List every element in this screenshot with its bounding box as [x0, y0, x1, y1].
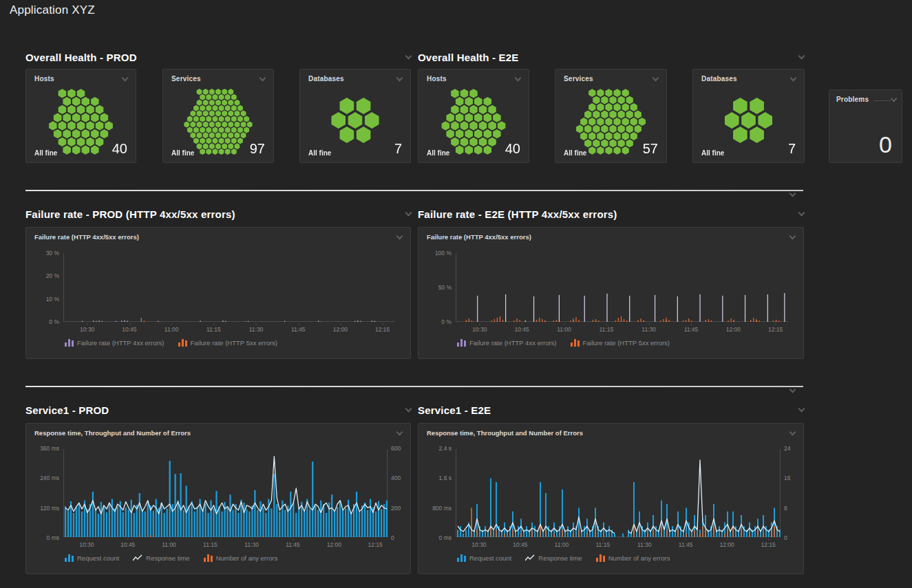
chevron-down-icon[interactable] — [396, 74, 403, 81]
chevron-down-icon[interactable] — [789, 232, 796, 239]
chevron-down-icon[interactable] — [396, 232, 403, 239]
legend-item-response-time[interactable]: Response time — [525, 554, 582, 562]
chart-tile-service-e2e[interactable]: Response time, Throughput and Number of … — [418, 423, 804, 574]
x-axis-label: 11:15 — [595, 541, 610, 548]
legend-item-errors[interactable]: Number of any errors — [204, 554, 278, 562]
x-axis-label: 12:15 — [368, 541, 382, 548]
service-chart-e2e[interactable] — [456, 449, 781, 537]
tile-problems[interactable]: Problems 0 — [829, 89, 902, 163]
chevron-down-icon[interactable] — [789, 428, 796, 435]
x-axis-label: 11:00 — [555, 541, 569, 548]
tile-services-prod[interactable]: Services All fine97 — [162, 69, 274, 163]
plot-area[interactable] — [63, 253, 395, 322]
legend-item-5xx[interactable]: Failure rate (HTTP 5xx errors) — [178, 339, 278, 347]
section-title: Failure rate - PROD (HTTP 4xx/5xx errors… — [25, 208, 235, 220]
x-axis-label: 11:45 — [679, 541, 693, 548]
chart-tile-failure-prod[interactable]: Failure rate (HTTP 4xx/5xx errors) 30 %2… — [25, 227, 411, 359]
chart-tile-service-prod[interactable]: Response time, Throughput and Number of … — [25, 423, 411, 574]
plot-area[interactable] — [63, 449, 388, 537]
chevron-down-icon[interactable] — [789, 190, 796, 197]
chevron-down-icon[interactable] — [798, 210, 805, 217]
chevron-down-icon[interactable] — [515, 74, 522, 81]
section-header-service-e2e: Service1 - E2E — [418, 402, 804, 417]
chevron-down-icon[interactable] — [798, 53, 805, 60]
entity-count: 7 — [394, 141, 402, 157]
status-label: All fine — [171, 149, 194, 157]
section-title: Service1 - PROD — [25, 404, 109, 416]
plot-area[interactable] — [456, 449, 781, 537]
chevron-down-icon[interactable] — [405, 210, 412, 217]
x-axis: 10:3010:4511:0011:1511:3011:4512:0012:15 — [456, 324, 788, 332]
section-divider — [25, 386, 803, 387]
chart-legend: Failure rate (HTTP 4xx errors) Failure r… — [65, 339, 277, 347]
y-axis-right: 241680 — [784, 445, 802, 541]
entity-count: 7 — [788, 141, 796, 157]
chart-tile-failure-e2e[interactable]: Failure rate (HTTP 4xx/5xx errors) 100 %… — [418, 227, 804, 359]
chevron-down-icon[interactable] — [891, 95, 898, 102]
status-label: All fine — [564, 149, 586, 157]
chevron-down-icon[interactable] — [653, 74, 659, 81]
chevron-down-icon[interactable] — [405, 406, 412, 413]
x-axis-label: 10:45 — [122, 326, 136, 333]
x-axis: 10:3010:4511:0011:1511:3011:4512:0012:15 — [63, 539, 388, 547]
y-axis-left: 360 ms240 ms120 ms0 ms — [30, 445, 59, 541]
section-header-service-prod: Service1 - PROD — [25, 402, 411, 417]
chart-legend: Failure rate (HTTP 4xx errors) Failure r… — [457, 339, 670, 347]
failure-rate-chart-prod[interactable] — [64, 253, 396, 322]
bar-chart-icon — [457, 339, 466, 347]
chevron-down-icon[interactable] — [259, 74, 266, 81]
tile-title: Hosts — [34, 75, 54, 83]
bar-chart-icon — [65, 554, 74, 562]
tile-databases-prod[interactable]: Databases All fine7 — [299, 69, 411, 163]
chevron-down-icon[interactable] — [789, 386, 796, 393]
x-axis-label: 12:00 — [726, 326, 741, 333]
chevron-down-icon[interactable] — [790, 74, 797, 81]
tile-databases-e2e[interactable]: Databases All fine7 — [692, 69, 805, 163]
tile-hosts-e2e[interactable]: Hosts All fine40 — [418, 69, 529, 163]
bar-chart-icon — [178, 339, 187, 347]
legend-item-4xx[interactable]: Failure rate (HTTP 4xx errors) — [65, 339, 165, 347]
section-title: Overall Health - PROD — [25, 52, 137, 63]
x-axis-label: 10:30 — [472, 326, 487, 333]
x-axis-label: 12:15 — [761, 541, 775, 548]
x-axis-label: 10:30 — [471, 541, 486, 548]
x-axis-label: 11:45 — [684, 326, 699, 333]
x-axis-label: 11:15 — [206, 326, 221, 333]
chart-legend: Request count Response time Number of an… — [457, 554, 670, 562]
dashboard: Application XYZ Overall Health - PROD Ov… — [0, 0, 912, 588]
legend-item-errors[interactable]: Number of any errors — [596, 554, 670, 562]
chevron-down-icon[interactable] — [405, 53, 412, 60]
chart-title: Response time, Throughput and Number of … — [427, 429, 583, 437]
bar-chart-icon — [571, 339, 580, 347]
chevron-down-icon[interactable] — [122, 74, 129, 81]
service-chart-prod[interactable] — [64, 449, 388, 537]
x-axis-label: 11:00 — [165, 326, 179, 333]
status-label: All fine — [427, 149, 449, 157]
chevron-down-icon[interactable] — [396, 428, 403, 435]
chart-title: Failure rate (HTTP 4xx/5xx errors) — [427, 233, 531, 241]
y-axis-right: 6004002000 — [391, 445, 409, 541]
x-axis-label: 11:30 — [249, 326, 264, 333]
x-axis-label: 12:15 — [768, 326, 783, 333]
problems-count: 0 — [879, 131, 892, 158]
tile-title: Services — [171, 75, 201, 83]
section-header-failure-prod: Failure rate - PROD (HTTP 4xx/5xx errors… — [25, 206, 411, 221]
plot-area[interactable] — [456, 253, 788, 322]
section-divider — [25, 190, 803, 191]
legend-item-4xx[interactable]: Failure rate (HTTP 4xx errors) — [457, 339, 557, 347]
x-axis-label: 11:30 — [244, 541, 259, 548]
tile-title: Hosts — [427, 75, 447, 83]
legend-item-response-time[interactable]: Response time — [133, 554, 189, 562]
legend-item-request-count[interactable]: Request count — [457, 554, 511, 562]
section-header-health-prod: Overall Health - PROD — [25, 50, 411, 65]
legend-item-request-count[interactable]: Request count — [65, 554, 119, 562]
chart-title: Response time, Throughput and Number of … — [34, 429, 191, 437]
section-header-failure-e2e: Failure rate - E2E (HTTP 4xx/5xx errors) — [418, 206, 804, 221]
failure-rate-chart-e2e[interactable] — [456, 253, 789, 322]
tile-services-e2e[interactable]: Services All fine57 — [555, 69, 667, 163]
chevron-down-icon[interactable] — [798, 406, 805, 413]
section-header-health-e2e: Overall Health - E2E — [418, 50, 804, 65]
tile-hosts-prod[interactable]: Hosts All fine40 — [25, 69, 136, 163]
legend-item-5xx[interactable]: Failure rate (HTTP 5xx errors) — [571, 339, 670, 347]
x-axis-label: 11:45 — [286, 541, 300, 548]
